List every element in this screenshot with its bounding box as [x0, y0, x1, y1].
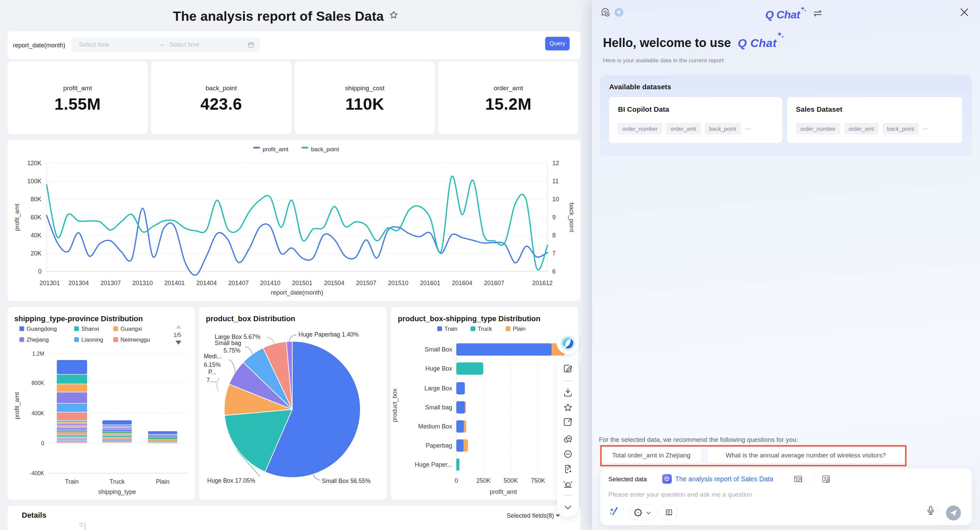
svg-text:400K: 400K — [32, 410, 45, 416]
svg-text:60K: 60K — [30, 214, 41, 221]
svg-text:shipping_type-province Distrib: shipping_type-province Distribution — [14, 314, 143, 323]
svg-text:profit_amt: profit_amt — [490, 488, 517, 496]
svg-text:Small bag: Small bag — [425, 404, 452, 411]
svg-text:Neimenggu: Neimenggu — [121, 337, 150, 343]
svg-text:back_point: back_point — [568, 202, 575, 232]
svg-text:7....: 7.... — [207, 377, 216, 383]
svg-text:1/5: 1/5 — [173, 332, 181, 338]
svg-text:40K: 40K — [30, 232, 41, 239]
svg-text:201501: 201501 — [292, 279, 312, 286]
svg-text:201304: 201304 — [68, 279, 89, 286]
svg-text:201307: 201307 — [100, 279, 121, 286]
svg-text:80K: 80K — [30, 196, 41, 203]
svg-text:6: 6 — [552, 268, 556, 275]
svg-text:Truck: Truck — [110, 478, 125, 485]
svg-text:201601: 201601 — [420, 279, 440, 286]
svg-text:Medi...: Medi... — [204, 353, 222, 360]
svg-text:201612: 201612 — [532, 279, 553, 286]
svg-text:Small bag: Small bag — [215, 340, 241, 346]
svg-text:201401: 201401 — [164, 279, 185, 286]
svg-text:201404: 201404 — [196, 279, 217, 286]
svg-text:Truck: Truck — [478, 326, 492, 332]
svg-text:Plain: Plain — [156, 478, 169, 485]
svg-text:Small Box: Small Box — [425, 346, 452, 353]
svg-text:Paperbag: Paperbag — [426, 442, 452, 449]
svg-text:profit_amt: profit_amt — [263, 146, 288, 153]
svg-text:500K: 500K — [504, 477, 518, 484]
svg-text:Huge Paperbag 1.40%: Huge Paperbag 1.40% — [298, 331, 359, 338]
svg-text:20K: 20K — [30, 250, 41, 257]
svg-text:Zhejiang: Zhejiang — [27, 337, 49, 343]
svg-text:201510: 201510 — [388, 279, 408, 286]
svg-text:750K: 750K — [531, 477, 545, 484]
svg-text:8: 8 — [552, 232, 556, 239]
svg-text:6.15%: 6.15% — [204, 361, 221, 368]
svg-text:P...: P... — [208, 369, 216, 375]
svg-text:201407: 201407 — [228, 279, 249, 286]
svg-text:1.2M: 1.2M — [32, 351, 44, 357]
svg-text:Plain: Plain — [513, 326, 526, 332]
svg-text:800K: 800K — [32, 380, 45, 386]
svg-text:201504: 201504 — [324, 279, 344, 286]
svg-text:5.75%: 5.75% — [224, 347, 240, 354]
svg-text:Large Box: Large Box — [424, 385, 452, 392]
svg-text:201604: 201604 — [452, 279, 472, 286]
svg-text:12: 12 — [552, 160, 559, 166]
svg-text:0: 0 — [455, 477, 458, 484]
svg-text:201607: 201607 — [484, 279, 504, 286]
svg-text:Guangxi: Guangxi — [121, 326, 142, 332]
svg-text:Liaoning: Liaoning — [81, 337, 103, 343]
svg-text:201310: 201310 — [132, 279, 153, 286]
svg-text:-400K: -400K — [30, 470, 44, 476]
svg-text:Medium Box: Medium Box — [418, 423, 452, 430]
svg-text:10: 10 — [552, 196, 559, 203]
svg-text:0: 0 — [41, 441, 44, 446]
svg-text:Large Box 5.67%: Large Box 5.67% — [215, 334, 260, 340]
svg-text:120K: 120K — [27, 160, 41, 166]
svg-text:back_point: back_point — [311, 146, 339, 153]
svg-text:9: 9 — [552, 214, 556, 221]
svg-text:Small Box 56.55%: Small Box 56.55% — [322, 477, 371, 484]
svg-text:product_box: product_box — [391, 388, 398, 422]
svg-text:profit_amt: profit_amt — [14, 204, 21, 231]
svg-text:shipping_type: shipping_type — [98, 488, 136, 496]
svg-text:profit_amt: profit_amt — [14, 392, 21, 419]
svg-text:Huge Box: Huge Box — [425, 365, 452, 372]
svg-text:201507: 201507 — [356, 279, 376, 286]
svg-text:250K: 250K — [476, 477, 491, 484]
svg-text:0: 0 — [38, 268, 41, 275]
svg-text:11: 11 — [552, 178, 559, 185]
svg-text:Guangdong: Guangdong — [27, 326, 57, 332]
svg-text:Train: Train — [65, 478, 79, 485]
svg-text:100K: 100K — [27, 178, 41, 185]
svg-text:Huge Paper...: Huge Paper... — [415, 461, 452, 468]
svg-text:Train: Train — [444, 326, 457, 332]
svg-text:7: 7 — [552, 250, 556, 257]
svg-text:Huge Box 17.05%: Huge Box 17.05% — [207, 477, 255, 484]
svg-text:product_box-shipping_type Dist: product_box-shipping_type Distribution — [398, 314, 540, 323]
svg-text:Shanxi: Shanxi — [81, 326, 99, 332]
svg-text:201410: 201410 — [260, 279, 280, 286]
svg-text:product_box Distribution: product_box Distribution — [206, 314, 295, 323]
svg-text:report_date(month): report_date(month) — [271, 289, 323, 296]
svg-text:201301: 201301 — [40, 279, 60, 286]
